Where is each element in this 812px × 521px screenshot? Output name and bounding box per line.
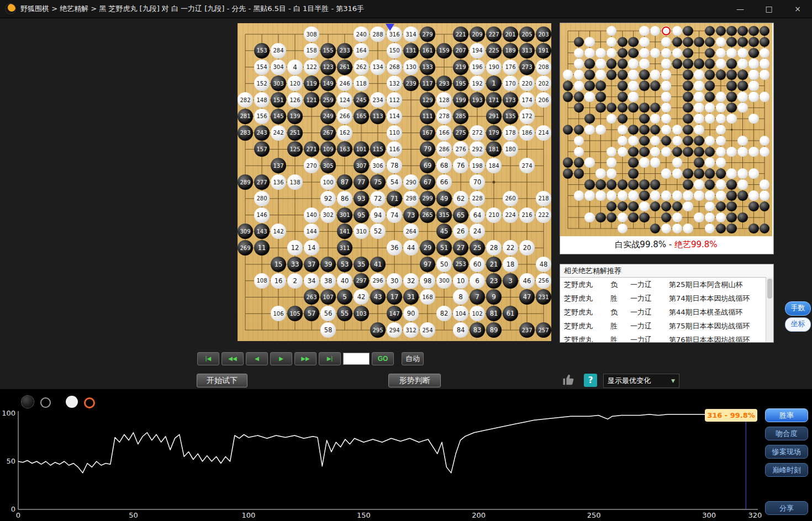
- playback-play-button[interactable]: ▶: [270, 352, 292, 365]
- stone-12: [595, 168, 606, 179]
- stone-311: [628, 168, 639, 179]
- playback-rewind-button[interactable]: ◀◀: [222, 352, 244, 365]
- stone-65: 65: [453, 208, 468, 223]
- stone-32: [672, 190, 683, 201]
- stone-274: [748, 114, 759, 124]
- stone-227: 227: [486, 26, 502, 42]
- tab-match-rate[interactable]: 吻合度: [765, 427, 808, 440]
- stone-123: 123: [320, 60, 336, 75]
- stone-309: [563, 157, 573, 168]
- stone-45: [694, 157, 704, 168]
- stone-48: [760, 179, 770, 190]
- thumbs-up-icon[interactable]: [561, 372, 577, 387]
- stone-165: [639, 81, 650, 91]
- auto-play-button[interactable]: 自动: [402, 352, 424, 365]
- stone-214: 214: [536, 125, 551, 141]
- stone-118: [639, 59, 650, 69]
- stone-60: 60: [470, 257, 485, 272]
- stone-121: [607, 70, 617, 80]
- stone-36: [661, 168, 672, 179]
- stone-21: [726, 179, 737, 190]
- stone-44: [672, 168, 683, 179]
- close-button[interactable]: ×: [783, 0, 812, 18]
- window-title: 野狐围棋 > 绝艺精解 > 黑 芝野虎丸 [九段] 对 白 一力辽 [九段] -…: [20, 4, 364, 14]
- stone-190: 190: [486, 60, 502, 75]
- stone-35: [639, 179, 650, 190]
- recommendation-row[interactable]: 芝野虎丸胜一力辽第74期日本本因坊战循环: [560, 291, 773, 305]
- stone-186: [748, 92, 759, 102]
- stone-38: [618, 190, 628, 201]
- stone-32: 32: [403, 273, 419, 289]
- go-button[interactable]: GO: [372, 352, 394, 365]
- playback-fast-forward-button[interactable]: ▶▶: [294, 352, 317, 365]
- player-black-name: 芝野虎丸: [564, 294, 610, 304]
- stone-170: [737, 59, 748, 69]
- stone-29: [683, 168, 693, 179]
- tab-disaster-scene[interactable]: 惨案现场: [765, 445, 808, 459]
- recommendation-row[interactable]: 芝野虎丸胜一力辽第75期日本本因坊战循环: [560, 319, 773, 333]
- stone-193: [716, 70, 726, 80]
- stone-123: [618, 48, 628, 59]
- stone-61: [737, 212, 748, 223]
- window-controls: — □ ×: [726, 0, 812, 18]
- stone-295: 295: [370, 322, 386, 338]
- stone-298: 298: [403, 191, 419, 206]
- event-name: 第44期日本棋圣战循环: [669, 307, 773, 317]
- recommendation-row[interactable]: 芝野虎丸负一力辽第25期日本阿含桐山杯: [560, 278, 773, 291]
- stone-297: 297: [354, 273, 369, 289]
- event-name: 第25期日本阿含桐山杯: [669, 280, 773, 290]
- white-stone-indicator[interactable]: [66, 396, 78, 408]
- stone-172: [748, 81, 759, 91]
- main-board[interactable]: 3082402883163142792212092272012052031532…: [238, 23, 551, 341]
- stone-261: 261: [337, 60, 352, 75]
- move-numbers-toggle-button[interactable]: 手数: [785, 301, 811, 316]
- stone-94: 94: [370, 208, 386, 223]
- stone-54: 54: [387, 174, 402, 190]
- stone-53: [628, 179, 639, 190]
- stone-289: 289: [238, 174, 253, 190]
- black-hollow-indicator[interactable]: [40, 397, 51, 408]
- playback-last-button[interactable]: ▶|: [319, 352, 341, 365]
- stone-268: [661, 48, 672, 59]
- player-white-name: 一力辽: [630, 321, 669, 331]
- orange-ring-indicator[interactable]: [84, 397, 95, 408]
- help-button[interactable]: ?: [584, 374, 597, 387]
- player-black-name: 芝野虎丸: [564, 321, 610, 331]
- winrate-chart: 100500050100150200250300320 316 - 99.8%: [0, 389, 812, 521]
- stone-136: 136: [271, 174, 286, 190]
- recommendation-row[interactable]: 芝野虎丸胜一力辽第76期日本本因坊战循环: [560, 333, 773, 343]
- black-stone-indicator[interactable]: [22, 396, 34, 408]
- tab-winrate[interactable]: 胜率: [765, 408, 808, 422]
- stone-303: [584, 59, 595, 69]
- stone-131: [672, 37, 683, 47]
- tab-peak-moment[interactable]: 巅峰时刻: [765, 463, 808, 477]
- best-variation-dropdown[interactable]: 显示最优变化 ▼: [603, 374, 679, 388]
- scrollbar-thumb[interactable]: [767, 279, 772, 299]
- stone-139: 139: [287, 109, 303, 124]
- share-button[interactable]: 分享: [765, 501, 808, 515]
- playback-step-back-button[interactable]: ◀: [246, 352, 268, 365]
- stone-278: 278: [436, 109, 452, 124]
- stone-23: [726, 190, 737, 201]
- coordinates-toggle-button[interactable]: 坐标: [785, 317, 811, 332]
- stone-178: [737, 92, 748, 102]
- stone-275: [705, 92, 715, 102]
- stone-86: [628, 136, 639, 146]
- try-moves-button[interactable]: 开始试下: [197, 374, 247, 387]
- scrollbar[interactable]: [766, 277, 773, 342]
- x-tick-label: 250: [587, 511, 601, 519]
- stone-135: [737, 81, 748, 91]
- playback-first-button[interactable]: |◀: [197, 352, 219, 365]
- position-judgement-button[interactable]: 形势判断: [388, 374, 441, 387]
- maximize-button[interactable]: □: [755, 0, 783, 18]
- stone-225: 225: [486, 43, 502, 59]
- stone-6: [716, 190, 726, 201]
- stone-130: 130: [403, 60, 419, 75]
- live-board[interactable]: [560, 23, 772, 236]
- recommendation-row[interactable]: 芝野虎丸负一力辽第44期日本棋圣战循环: [560, 305, 773, 319]
- move-number-input[interactable]: [343, 353, 370, 365]
- minimize-button[interactable]: —: [726, 0, 755, 18]
- stone-179: [726, 92, 737, 102]
- stone-251: 251: [287, 125, 303, 141]
- stone-209: 209: [470, 26, 485, 42]
